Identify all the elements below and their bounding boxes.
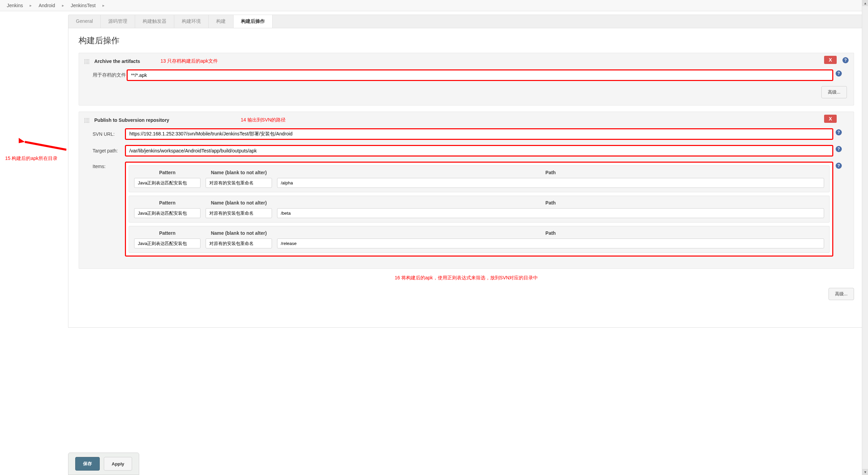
content-panel: 构建后操作 X ? Archive the artifacts 13 只存档构建…	[68, 28, 865, 328]
svn-item-row: Pattern Name (blank to not alter) Path	[129, 165, 830, 192]
delete-svn-button[interactable]: X	[824, 115, 837, 123]
archive-title: Archive the artifacts	[94, 59, 140, 64]
breadcrumb: Jenkins ▸ Android ▸ JenkinsTest ▸	[0, 0, 868, 11]
item-name-input[interactable]	[206, 208, 272, 218]
publish-svn-section: X Publish to Subversion repository 14 输出…	[79, 112, 854, 269]
breadcrumb-item-android[interactable]: Android	[38, 3, 55, 8]
svn-url-label: SVN URL:	[93, 131, 125, 137]
svn-target-label: Target path:	[93, 148, 125, 153]
chevron-right-icon: ▸	[30, 3, 32, 8]
delete-archive-button[interactable]: X	[824, 56, 837, 64]
svn-item-row: Pattern Name (blank to not alter) Path	[129, 196, 830, 223]
chevron-right-icon: ▸	[62, 3, 64, 8]
annotation-15: 15 构建后的apk所在目录	[5, 155, 58, 162]
header-pattern: Pattern	[134, 170, 200, 175]
drag-handle-icon[interactable]	[84, 59, 89, 64]
help-icon[interactable]: ?	[836, 163, 842, 169]
header-path: Path	[277, 170, 824, 175]
header-pattern: Pattern	[134, 230, 200, 236]
archive-files-input[interactable]	[127, 69, 833, 81]
archive-artifacts-section: X ? Archive the artifacts 13 只存档构建后的apk文…	[79, 53, 854, 105]
item-pattern-input[interactable]	[134, 208, 200, 218]
header-name: Name (blank to not alter)	[206, 170, 272, 175]
tab-triggers[interactable]: 构建触发器	[135, 15, 174, 28]
header-name: Name (blank to not alter)	[206, 200, 272, 206]
breadcrumb-item-jenkins[interactable]: Jenkins	[7, 3, 23, 8]
scrollbar-up-icon[interactable]: ▲	[862, 0, 868, 6]
item-name-input[interactable]	[206, 178, 272, 188]
main-container: General 源码管理 构建触发器 构建环境 构建 构建后操作 构建后操作 X…	[68, 11, 865, 328]
annotation-13: 13 只存档构建后的apk文件	[161, 58, 218, 64]
archive-advanced-button[interactable]: 高级...	[821, 86, 847, 98]
svn-items-box: Pattern Name (blank to not alter) Path	[125, 162, 833, 257]
item-path-input[interactable]	[277, 178, 824, 188]
tab-scm[interactable]: 源码管理	[101, 15, 135, 28]
archive-files-label: 用于存档的文件	[93, 72, 127, 78]
help-icon[interactable]: ?	[836, 146, 842, 152]
config-tabs: General 源码管理 构建触发器 构建环境 构建 构建后操作	[68, 15, 865, 28]
tab-post-build[interactable]: 构建后操作	[234, 15, 273, 28]
tab-env[interactable]: 构建环境	[174, 15, 209, 28]
annotation-14: 14 输出到SVN的路径	[241, 117, 286, 123]
breadcrumb-item-jenkinstest[interactable]: JenkinsTest	[71, 3, 96, 8]
svn-target-input[interactable]	[125, 145, 833, 157]
item-pattern-input[interactable]	[134, 178, 200, 188]
chevron-right-icon: ▸	[102, 3, 105, 8]
item-path-input[interactable]	[277, 208, 824, 218]
help-icon[interactable]: ?	[836, 70, 842, 77]
svn-items-label: Items:	[93, 162, 125, 169]
page-title: 构建后操作	[79, 35, 854, 46]
help-icon[interactable]: ?	[842, 57, 849, 63]
svg-line-1	[25, 142, 66, 150]
tab-general[interactable]: General	[68, 15, 101, 28]
svn-advanced-button[interactable]: 高级...	[829, 288, 854, 300]
header-path: Path	[277, 230, 824, 236]
item-name-input[interactable]	[206, 239, 272, 248]
tab-build[interactable]: 构建	[209, 15, 234, 28]
svn-title: Publish to Subversion repository	[94, 117, 169, 123]
header-name: Name (blank to not alter)	[206, 230, 272, 236]
drag-handle-icon[interactable]	[84, 118, 89, 123]
arrow-icon	[19, 138, 66, 151]
svn-url-input[interactable]	[125, 128, 833, 140]
annotation-16: 16 将构建后的apk，使用正则表达式来筛选，放到SVN对应的目录中	[395, 275, 538, 280]
scrollbar[interactable]: ▲ ▼	[862, 0, 868, 328]
item-pattern-input[interactable]	[134, 239, 200, 248]
help-icon[interactable]: ?	[836, 129, 842, 135]
header-path: Path	[277, 200, 824, 206]
svn-item-row: Pattern Name (blank to not alter) Path	[129, 226, 830, 253]
item-path-input[interactable]	[277, 239, 824, 248]
header-pattern: Pattern	[134, 200, 200, 206]
